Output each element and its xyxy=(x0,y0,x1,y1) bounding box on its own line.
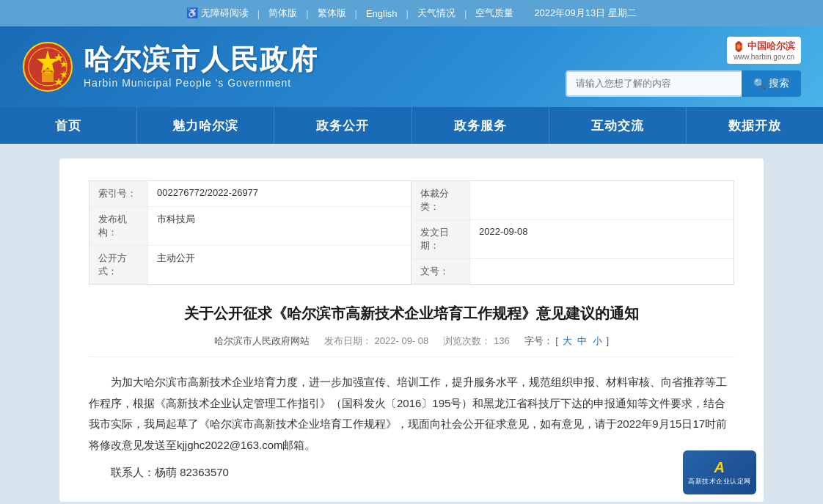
china-harbin-icon: 🏮 xyxy=(733,41,745,52)
top-bar: ♿ 无障碍阅读 | 简体版 | 繁体版 | English | 天气情况 | 空… xyxy=(0,0,823,26)
meta-grid: 索引号： 002276772/2022-26977 发布机构： 市科技局 公开方… xyxy=(89,180,734,285)
article-title: 关于公开征求《哈尔滨市高新技术企业培育工作规程》意见建议的通知 xyxy=(89,302,734,324)
sep3: | xyxy=(351,8,362,19)
meta-key-genre: 体裁分类： xyxy=(412,181,470,219)
meta-cell-date: 发文日期： 2022-09-08 xyxy=(412,220,734,259)
sep2: | xyxy=(301,8,312,19)
meta-val-genre xyxy=(470,181,488,219)
meta-left: 索引号： 002276772/2022-26977 发布机构： 市科技局 公开方… xyxy=(89,181,412,284)
airquality-link[interactable]: 空气质量 xyxy=(471,7,518,20)
china-harbin-name: 中国哈尔滨 xyxy=(747,40,795,53)
nav-item-opendata[interactable]: 数据开放 xyxy=(687,107,823,144)
main-area: 索引号： 002276772/2022-26977 发布机构： 市科技局 公开方… xyxy=(0,144,823,504)
article-meta-line: 哈尔滨市人民政府网站 发布日期： 2022- 09- 08 浏览次数： 136 … xyxy=(89,335,734,357)
hightech-badge-icon: A xyxy=(714,459,725,476)
traditional-link[interactable]: 繁体版 xyxy=(313,7,351,20)
meta-key-date: 发文日期： xyxy=(412,220,470,258)
logo-text: 哈尔滨市人民政府 Harbin Municipal People 's Gove… xyxy=(84,45,318,89)
meta-key-issuer: 发布机构： xyxy=(89,207,148,245)
fontsize-control: 字号： [ 大 中 小 ] xyxy=(524,335,609,348)
government-emblem-icon xyxy=(22,41,73,92)
logo-sub-text: Harbin Municipal People 's Government xyxy=(84,77,318,89)
china-harbin-url: www.harbin.gov.cn xyxy=(734,53,794,61)
datetime: 2022年09月13日 星期二 xyxy=(530,7,640,20)
china-harbin-logo: 🏮 中国哈尔滨 www.harbin.gov.cn xyxy=(727,37,801,64)
meta-val-date: 2022-09-08 xyxy=(470,220,537,258)
fontsize-label: 字号： xyxy=(524,335,553,346)
views-count: 136 xyxy=(494,335,510,346)
meta-val-issuer: 市科技局 xyxy=(148,207,204,245)
hightech-badge[interactable]: A 高新技术企业认定网 xyxy=(683,450,756,494)
meta-cell-genre: 体裁分类： xyxy=(412,181,734,220)
sep5: | xyxy=(460,8,471,19)
simplified-link[interactable]: 简体版 xyxy=(264,7,301,20)
meta-val-opentype: 主动公开 xyxy=(148,246,204,284)
meta-cell-docnum: 文号： xyxy=(412,259,734,284)
article-views-info: 浏览次数： 136 xyxy=(443,335,509,348)
nav-item-home[interactable]: 首页 xyxy=(0,107,137,144)
main-nav: 首页 魅力哈尔滨 政务公开 政务服务 互动交流 数据开放 xyxy=(0,107,823,144)
meta-val-index: 002276772/2022-26977 xyxy=(148,181,267,206)
china-harbin-brand: 🏮 中国哈尔滨 xyxy=(733,40,795,53)
header-right: 🏮 中国哈尔滨 www.harbin.gov.cn 🔍 搜索 xyxy=(566,26,801,107)
meta-val-docnum xyxy=(470,259,488,284)
search-label: 搜索 xyxy=(769,77,789,90)
header: 哈尔滨市人民政府 Harbin Municipal People 's Gove… xyxy=(0,26,823,107)
svg-rect-7 xyxy=(42,72,54,82)
hightech-badge-text: 高新技术企业认定网 xyxy=(688,478,751,486)
sep1: | xyxy=(253,8,264,19)
weather-link[interactable]: 天气情况 xyxy=(413,7,460,20)
nav-item-govservice[interactable]: 政务服务 xyxy=(412,107,549,144)
logo-main-text: 哈尔滨市人民政府 xyxy=(84,45,318,76)
search-input[interactable] xyxy=(566,70,742,97)
meta-key-index: 索引号： xyxy=(89,181,148,206)
sep4: | xyxy=(402,8,413,19)
article-paragraph-1: 为加大哈尔滨市高新技术企业培育力度，进一步加强宣传、培训工作，提升服务水平，规范… xyxy=(89,372,734,456)
meta-cell-opentype: 公开方式： 主动公开 xyxy=(89,246,411,284)
views-label: 浏览次数： xyxy=(443,335,491,346)
publish-date: 2022- 09- 08 xyxy=(375,335,429,346)
header-logo: 哈尔滨市人民政府 Harbin Municipal People 's Gove… xyxy=(22,41,318,92)
english-link[interactable]: English xyxy=(362,8,402,19)
meta-key-opentype: 公开方式： xyxy=(89,246,148,284)
meta-cell-index: 索引号： 002276772/2022-26977 xyxy=(89,181,411,207)
meta-right: 体裁分类： 发文日期： 2022-09-08 文号： xyxy=(412,181,734,284)
nav-item-interaction[interactable]: 互动交流 xyxy=(549,107,687,144)
search-bar: 🔍 搜索 xyxy=(566,70,801,97)
nav-item-charming[interactable]: 魅力哈尔滨 xyxy=(137,107,274,144)
fontsize-large-btn[interactable]: 大 xyxy=(563,335,572,346)
meta-cell-issuer: 发布机构： 市科技局 xyxy=(89,207,411,246)
accessibility-link[interactable]: ♿ 无障碍阅读 xyxy=(182,7,253,20)
search-button[interactable]: 🔍 搜索 xyxy=(742,70,801,97)
svg-rect-8 xyxy=(45,69,51,73)
article-site-name: 哈尔滨市人民政府网站 xyxy=(214,335,310,348)
article-contact: 联系人：杨萌 82363570 xyxy=(89,466,734,480)
article-body: 为加大哈尔滨市高新技术企业培育力度，进一步加强宣传、培训工作，提升服务水平，规范… xyxy=(89,372,734,456)
publish-label: 发布日期： xyxy=(324,335,372,346)
fontsize-mid-btn[interactable]: 中 xyxy=(577,335,587,346)
fontsize-small-btn[interactable]: 小 xyxy=(593,335,602,346)
search-icon: 🔍 xyxy=(753,78,766,90)
article-publish-info: 发布日期： 2022- 09- 08 xyxy=(324,335,428,348)
meta-key-docnum: 文号： xyxy=(412,259,470,284)
content-card: 索引号： 002276772/2022-26977 发布机构： 市科技局 公开方… xyxy=(59,158,764,502)
nav-item-govopen[interactable]: 政务公开 xyxy=(274,107,412,144)
